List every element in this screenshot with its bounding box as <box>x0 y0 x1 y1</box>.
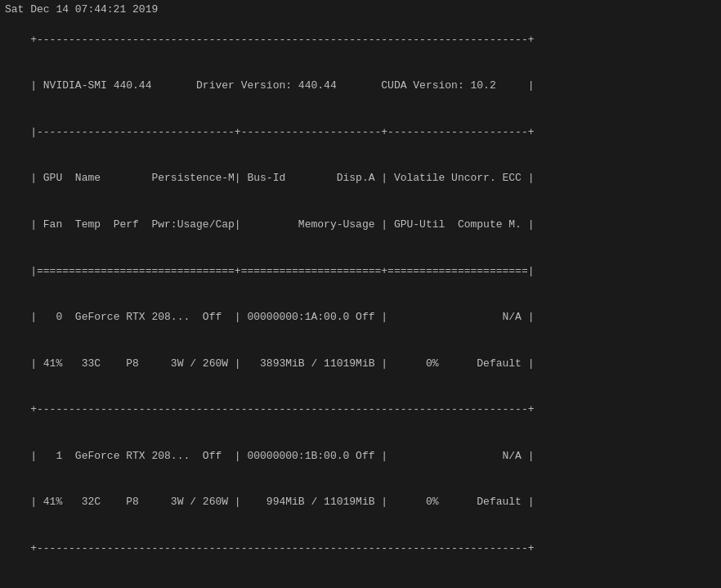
gpu-0-row1: | 0 GeForce RTX 208... Off | 00000000:1A… <box>30 311 534 323</box>
col-divider-1: |-------------------------------+-------… <box>30 126 534 138</box>
smi-output: +---------------------------------------… <box>5 17 716 588</box>
gpu-0-row2: | 41% 33C P8 3W / 260W | 3893MiB / 11019… <box>30 357 534 370</box>
gpu-1-row2: | 41% 32C P8 3W / 260W | 994MiB / 11019M… <box>30 496 534 508</box>
gpu-0-divider: +---------------------------------------… <box>30 403 534 415</box>
col-header-1: | GPU Name Persistence-M| Bus-Id Disp.A … <box>30 172 534 184</box>
col-header-2: | Fan Temp Perf Pwr:Usage/Cap| Memory-Us… <box>30 218 534 231</box>
top-border: +---------------------------------------… <box>30 34 534 46</box>
gpu-1-row1: | 1 GeForce RTX 208... Off | 00000000:1B… <box>30 450 534 462</box>
gpu-1-divider: +---------------------------------------… <box>30 542 534 554</box>
col-divider-2: |===============================+=======… <box>30 265 534 277</box>
timestamp: Sat Dec 14 07:44:21 2019 <box>5 3 716 16</box>
smi-header: | NVIDIA-SMI 440.44 Driver Version: 440.… <box>30 79 534 92</box>
terminal-window: Sat Dec 14 07:44:21 2019 +--------------… <box>0 0 721 588</box>
